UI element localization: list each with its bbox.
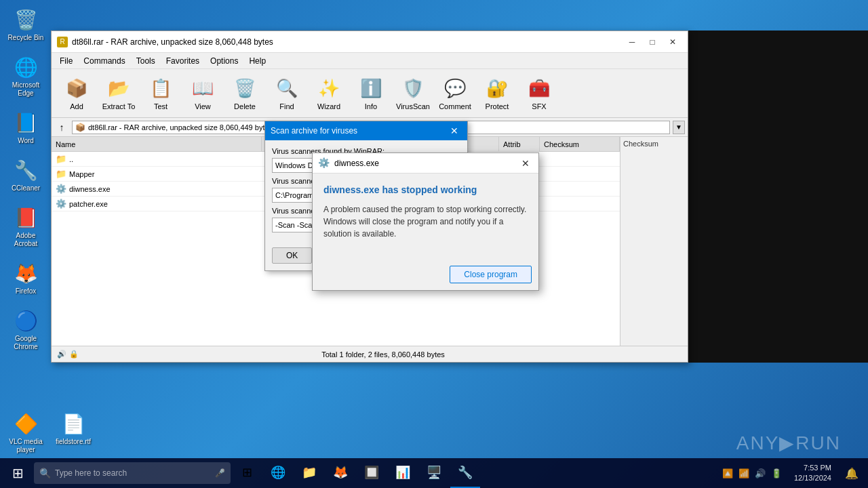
close-program-button[interactable]: Close program <box>450 266 532 283</box>
winrar-window-controls: ─ □ ✕ <box>623 35 682 49</box>
error-title-icon: ⚙️ <box>318 157 330 169</box>
scan-close-button[interactable]: ✕ <box>447 124 462 138</box>
word-label: Word <box>18 137 34 145</box>
taskbar-search[interactable]: 🔍 Type here to search 🎤 <box>34 462 231 484</box>
tray-volume-icon[interactable]: 🔊 <box>753 467 767 480</box>
ccleaner-icon: 🔧 <box>13 157 39 183</box>
taskbar-clock[interactable]: 7:53 PM 12/13/2024 <box>789 463 837 484</box>
col-name[interactable]: Name <box>52 137 262 151</box>
error-close-button[interactable]: ✕ <box>518 157 533 170</box>
winrar-title: dt86ll.rar - RAR archive, unpacked size … <box>72 37 623 47</box>
col-attrib[interactable]: Attrib <box>499 137 540 151</box>
taskbar-app6[interactable]: 📊 <box>388 458 418 488</box>
menu-favorites[interactable]: Favorites <box>161 55 205 67</box>
menu-options[interactable]: Options <box>205 55 243 67</box>
time-display: 7:53 PM <box>794 463 831 473</box>
status-text: Total 1 folder, 2 files, 8,060,448 bytes <box>84 350 682 359</box>
tray-battery-icon[interactable]: 🔋 <box>770 467 783 480</box>
add-label: Add <box>70 102 83 110</box>
toolbar-comment[interactable]: 💬 Comment <box>435 73 475 114</box>
taskbar-tiles[interactable]: 🔲 <box>357 458 387 488</box>
taskbar-firefox[interactable]: 🦊 <box>326 458 355 488</box>
desktop-icon-word[interactable]: 📘 Word <box>5 110 46 145</box>
file-name-patcher: ⚙️ patcher.exe <box>52 199 262 209</box>
virusscan-label: VirusScan <box>396 102 430 110</box>
menu-tools[interactable]: Tools <box>131 55 161 67</box>
tray-expand-icon[interactable]: 🔼 <box>721 467 734 480</box>
notification-button[interactable]: 🔔 <box>838 458 865 488</box>
toolbar-add[interactable]: 📦 Add <box>57 73 96 114</box>
date-display: 12/13/2024 <box>794 473 831 483</box>
winrar-toolbar: 📦 Add 📂 Extract To 📋 Test 📖 View 🗑️ Dele… <box>52 69 688 118</box>
toolbar-sfx[interactable]: 🧰 SFX <box>519 73 559 114</box>
desktop-icon-fieldstore[interactable]: 📄 fieldstore.rtf <box>53 411 94 454</box>
extract-to-icon: 📂 <box>106 77 131 101</box>
chrome-label: Google Chrome <box>5 335 46 351</box>
toolbar-view[interactable]: 📖 View <box>183 73 222 114</box>
view-icon: 📖 <box>191 77 215 101</box>
file-name-mapper: 📁 Mapper <box>52 169 262 180</box>
taskbar-explorer[interactable]: 📁 <box>294 458 324 488</box>
desktop: 🗑️ Recycle Bin 🌐 Microsoft Edge 📘 Word 🔧… <box>0 0 868 488</box>
protect-label: Protect <box>486 102 509 110</box>
toolbar-delete[interactable]: 🗑️ Delete <box>225 73 264 114</box>
address-dropdown[interactable]: ▼ <box>673 121 685 134</box>
menu-file[interactable]: File <box>54 55 78 67</box>
toolbar-extract-to[interactable]: 📂 Extract To <box>99 73 138 114</box>
desktop-icon-edge[interactable]: 🌐 Microsoft Edge <box>5 54 46 98</box>
acrobat-label: Adobe Acrobat <box>5 232 46 248</box>
folder-icon: 📁 <box>56 169 66 180</box>
desktop-icon-vlc[interactable]: 🔶 VLC media player <box>5 411 46 454</box>
menu-help[interactable]: Help <box>243 55 271 67</box>
error-footer: Close program <box>313 262 538 290</box>
taskbar-edge[interactable]: 🌐 <box>263 458 293 488</box>
toolbar-protect[interactable]: 🔐 Protect <box>477 73 517 114</box>
error-title-text: diwness.exe <box>334 159 518 168</box>
tray-network-icon[interactable]: 📶 <box>737 467 751 480</box>
secondary-panel <box>685 30 868 363</box>
desktop-icon-acrobat[interactable]: 📕 Adobe Acrobat <box>5 205 46 248</box>
info-icon: ℹ️ <box>359 77 383 101</box>
start-button[interactable]: ⊞ <box>3 458 33 488</box>
menu-commands[interactable]: Commands <box>78 55 130 67</box>
taskbar-task-view[interactable]: ⊞ <box>232 458 262 488</box>
exe-icon: ⚙️ <box>56 184 66 195</box>
scan-ok-button[interactable]: OK <box>272 247 312 264</box>
taskbar-app7[interactable]: 🖥️ <box>419 458 449 488</box>
patcher-icon: ⚙️ <box>56 199 66 209</box>
speaker-icon: 🔊 <box>57 350 66 359</box>
toolbar-find[interactable]: 🔍 Find <box>267 73 307 114</box>
desktop-icon-firefox[interactable]: 🦊 Firefox <box>5 260 46 296</box>
close-button[interactable]: ✕ <box>663 35 682 49</box>
folder-up-icon: 📁 <box>56 154 66 165</box>
scan-titlebar: Scan archive for viruses ✕ <box>265 121 467 140</box>
maximize-button[interactable]: □ <box>643 35 662 49</box>
taskbar-app8[interactable]: 🔧 <box>450 458 480 488</box>
file-name-parent: 📁 .. <box>52 154 262 165</box>
toolbar-wizard[interactable]: ✨ Wizard <box>309 73 349 114</box>
winrar-titlebar: R dt86ll.rar - RAR archive, unpacked siz… <box>52 31 688 53</box>
checksum-label: Checksum <box>623 140 658 148</box>
info-label: Info <box>365 102 377 110</box>
find-icon: 🔍 <box>275 77 299 101</box>
file-name-diwness: ⚙️ diwness.exe <box>52 184 262 195</box>
toolbar-info[interactable]: ℹ️ Info <box>351 73 391 114</box>
lock-icon: 🔒 <box>69 350 79 359</box>
col-checksum[interactable]: Checksum <box>540 137 620 151</box>
desktop-icon-recycle-bin[interactable]: 🗑️ Recycle Bin <box>5 7 46 42</box>
desktop-icon-area: 🗑️ Recycle Bin 🌐 Microsoft Edge 📘 Word 🔧… <box>0 0 52 358</box>
toolbar-virusscan[interactable]: 🛡️ VirusScan <box>393 73 433 114</box>
winrar-menu-bar: File Commands Tools Favorites Options He… <box>52 53 688 69</box>
desktop-icon-ccleaner[interactable]: 🔧 CCleaner <box>5 157 46 192</box>
desktop-icon-chrome[interactable]: 🔵 Google Chrome <box>5 308 46 351</box>
extract-to-label: Extract To <box>102 102 136 110</box>
back-button[interactable]: ↑ <box>54 121 69 134</box>
error-message: A problem caused the program to stop wor… <box>323 203 528 240</box>
wizard-label: Wizard <box>317 102 340 110</box>
word-icon: 📘 <box>13 110 39 136</box>
minimize-button[interactable]: ─ <box>623 35 642 49</box>
taskbar-tray: 🔼 📶 🔊 🔋 <box>717 467 787 480</box>
fieldstore-label: fieldstore.rtf <box>56 438 91 446</box>
toolbar-test[interactable]: 📋 Test <box>141 73 180 114</box>
protect-icon: 🔐 <box>485 77 509 101</box>
